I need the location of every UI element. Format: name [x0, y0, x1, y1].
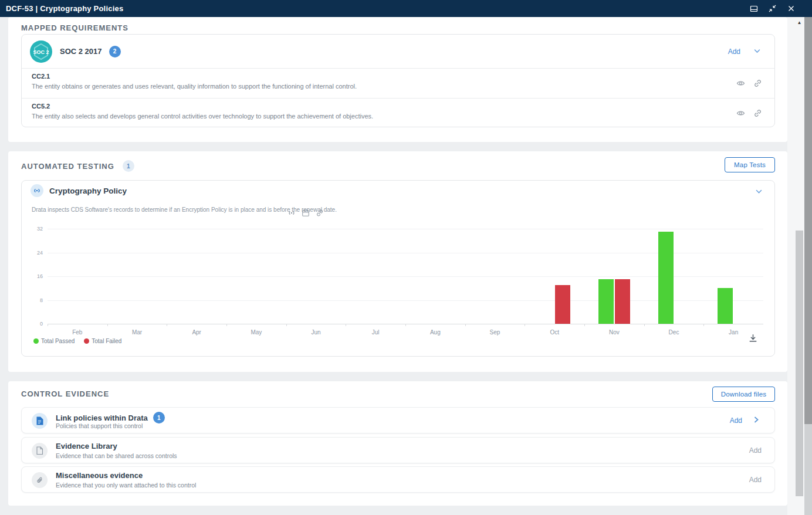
x-axis-tick-label: Jun — [299, 329, 334, 336]
collapse-window-icon[interactable] — [768, 4, 777, 13]
scroll-up-arrow[interactable]: ▲ — [796, 19, 803, 26]
window-title: DCF-53 | Cryptography Policies — [6, 4, 123, 13]
chevron-down-icon[interactable] — [755, 188, 764, 196]
bar-total-failed-nov — [615, 279, 630, 324]
evidence-row-title: Evidence Library — [56, 442, 117, 450]
test-broadcast-icon — [31, 184, 43, 197]
evidence-row-link-policies[interactable]: Link policies within Drata 1 Policies th… — [21, 407, 775, 433]
outer-scrollbar-thumb[interactable] — [804, 16, 812, 424]
x-axis-tick-mark — [405, 324, 406, 326]
x-axis-tick-label: May — [239, 329, 274, 336]
x-axis-tick-label: Dec — [657, 329, 692, 336]
x-axis-tick-mark — [346, 324, 346, 326]
legend-item: Total Failed — [84, 338, 121, 344]
requirement-row: CC5.2 The entity also selects and develo… — [22, 99, 774, 128]
legend-dot — [84, 338, 89, 344]
evidence-row-title-text: Miscellaneous evidence — [56, 471, 143, 480]
requirement-row: CC2.1 The entity obtains or generates an… — [22, 69, 774, 98]
x-axis-tick-mark — [107, 324, 108, 326]
requirement-code: CC5.2 — [32, 103, 774, 110]
automated-testing-heading: AUTOMATED TESTING 1 — [21, 160, 134, 172]
bar-total-failed-oct — [555, 285, 570, 324]
y-axis-tick-label: 16 — [28, 273, 43, 279]
chart-legend: Total PassedTotal Failed — [33, 338, 121, 344]
x-axis-tick-label: Sep — [478, 329, 513, 336]
chevron-right-icon[interactable] — [753, 416, 762, 425]
test-title: Cryptography Policy — [49, 187, 127, 195]
document-filled-icon — [32, 413, 48, 429]
x-axis-tick-label: Feb — [60, 329, 95, 336]
framework-count-badge: 2 — [109, 46, 121, 57]
mapped-requirements-heading: MAPPED REQUIREMENTS — [21, 23, 128, 32]
evidence-row-evidence-library[interactable]: Evidence Library Evidence that can be sh… — [21, 437, 775, 463]
view-icon[interactable] — [736, 109, 745, 118]
gridline — [48, 229, 763, 229]
x-axis-tick-mark — [226, 324, 227, 326]
broadcast-icon[interactable] — [287, 209, 296, 217]
x-axis-tick-label: Mar — [120, 329, 155, 336]
x-axis-tick-mark — [286, 324, 287, 326]
bar-total-passed-nov — [598, 279, 614, 324]
x-axis-tick-mark — [48, 324, 48, 326]
requirement-code: CC2.1 — [32, 73, 774, 80]
x-axis-tick-mark — [465, 324, 466, 326]
link-icon[interactable] — [316, 209, 324, 217]
x-axis-tick-mark — [525, 324, 525, 326]
gridline — [48, 253, 763, 253]
dock-panel-icon[interactable] — [749, 4, 758, 13]
test-card: Cryptography Policy Drata inspects CDS S… — [21, 180, 775, 357]
test-count-badge: 1 — [123, 160, 134, 172]
evidence-row-subtitle: Evidence that you only want attached to … — [56, 482, 196, 489]
gridline — [48, 276, 763, 277]
x-axis-tick-label: Apr — [179, 329, 214, 336]
map-tests-button[interactable]: Map Tests — [725, 157, 775, 172]
framework-card: SOC 2 SOC 2 2017 2 Add CC2.1 The entity … — [21, 34, 775, 127]
evidence-row-title: Link policies within Drata 1 — [56, 412, 165, 423]
legend-label: Total Passed — [41, 338, 75, 344]
y-axis-tick-label: 8 — [28, 297, 43, 303]
add-policy-link[interactable]: Add — [730, 416, 742, 425]
x-axis-tick-mark — [703, 324, 704, 326]
link-icon[interactable] — [753, 109, 762, 118]
y-axis-tick-label: 0 — [28, 321, 43, 327]
x-axis-tick-label: Jan — [716, 329, 751, 336]
close-icon[interactable] — [787, 4, 796, 13]
calendar-icon[interactable] — [302, 209, 310, 217]
evidence-row-title: Miscellaneous evidence — [56, 471, 143, 480]
requirement-description: The entity obtains or generates and uses… — [32, 83, 774, 90]
control-evidence-section: CONTROL EVIDENCE Download files Link pol… — [8, 381, 787, 506]
legend-item: Total Passed — [33, 338, 75, 344]
download-chart-icon[interactable] — [748, 333, 758, 343]
framework-row: SOC 2 SOC 2 2017 2 Add — [22, 35, 774, 68]
evidence-row-subtitle: Evidence that can be shared across contr… — [56, 452, 177, 459]
requirement-description: The entity also selects and develops gen… — [32, 113, 774, 120]
x-axis-tick-label: Oct — [537, 329, 572, 336]
gridline — [48, 300, 763, 301]
x-axis-tick-label: Aug — [418, 329, 453, 336]
view-icon[interactable] — [736, 79, 745, 88]
add-misc-evidence-link[interactable]: Add — [749, 476, 762, 484]
paperclip-icon — [32, 472, 48, 488]
mapped-requirements-section: MAPPED REQUIREMENTS SOC 2 SOC 2 2017 2 A… — [8, 17, 787, 142]
policy-count-badge: 1 — [153, 412, 165, 423]
chevron-down-icon[interactable] — [753, 47, 762, 56]
x-axis-tick-mark — [167, 324, 167, 326]
link-icon[interactable] — [753, 79, 762, 88]
bar-total-passed-dec — [658, 232, 674, 324]
framework-name: SOC 2 2017 — [60, 47, 102, 56]
control-evidence-heading: CONTROL EVIDENCE — [21, 389, 109, 398]
svg-text:SOC 2: SOC 2 — [33, 49, 49, 55]
download-files-button[interactable]: Download files — [712, 387, 775, 402]
window-titlebar: DCF-53 | Cryptography Policies — [0, 0, 812, 17]
soc2-logo: SOC 2 — [30, 40, 52, 63]
add-requirement-link[interactable]: Add — [728, 48, 740, 56]
x-axis-tick-mark — [584, 324, 585, 326]
x-axis-tick-label: Nov — [597, 329, 632, 336]
y-axis-tick-label: 24 — [28, 250, 43, 256]
document-outline-icon — [32, 443, 48, 459]
x-axis-tick-mark — [644, 324, 645, 326]
x-axis-tick-label: Jul — [358, 329, 393, 336]
inner-scrollbar-thumb[interactable] — [796, 231, 803, 496]
add-evidence-link[interactable]: Add — [749, 446, 762, 455]
evidence-row-miscellaneous[interactable]: Miscellaneous evidence Evidence that you… — [21, 466, 775, 493]
